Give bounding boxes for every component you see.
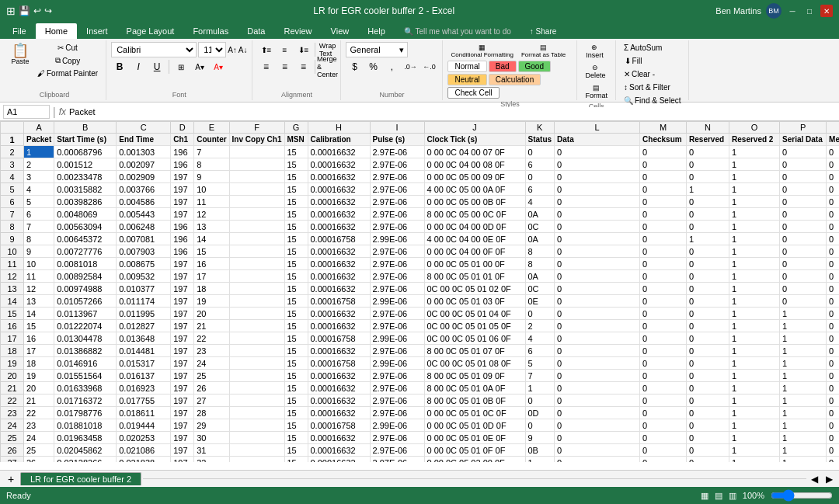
cell-serial-data[interactable]: 1 (780, 357, 827, 370)
cell-status[interactable]: 6 (525, 158, 555, 171)
cell-msn[interactable]: 15 (284, 370, 308, 382)
header-cell-14[interactable]: Reserved 2 (729, 134, 780, 146)
cell-status[interactable]: 0 (525, 171, 555, 183)
cell-status[interactable]: 0A (525, 208, 555, 221)
cell-pulse[interactable]: 2.97E-06 (370, 171, 424, 183)
cell-pulse[interactable]: 2.97E-06 (370, 158, 424, 171)
tab-insert[interactable]: Insert (77, 23, 117, 39)
cell-pulse[interactable]: 2.97E-06 (370, 208, 424, 221)
cell-status[interactable]: 2 (525, 320, 555, 332)
cell-ch1[interactable]: 197 (171, 270, 194, 283)
cell-checksum[interactable]: 0 (640, 395, 687, 407)
spreadsheet-area[interactable]: A B C D E F G H I J K L M N O P Q R S (0, 121, 839, 462)
cell-clock-tick[interactable]: 0 00 0C 05 01 03 0F (424, 295, 525, 308)
cell-pulse[interactable]: 2.97E-06 (370, 221, 424, 233)
cell-data[interactable]: 0 (555, 308, 640, 320)
currency-btn[interactable]: $ (346, 59, 363, 75)
cell-reserved[interactable]: 0 (687, 419, 729, 432)
cell-data[interactable]: 0 (555, 233, 640, 245)
cell-inv-copy[interactable] (229, 245, 284, 258)
font-color-btn[interactable]: A▾ (210, 59, 227, 75)
cell-reserved[interactable]: 0 (687, 171, 729, 183)
cell-counter[interactable]: 19 (194, 295, 229, 308)
cell-checksum[interactable]: 0 (640, 407, 687, 419)
cell-serial-data[interactable]: 0 (780, 245, 827, 258)
insert-btn[interactable]: ⊕ Insert (582, 42, 607, 61)
cell-pulse[interactable]: 2.97E-06 (370, 370, 424, 382)
cell-packet[interactable]: 15 (24, 320, 54, 332)
cell-data[interactable]: 0 (555, 419, 640, 432)
cell-ref-box[interactable]: A1 (3, 105, 50, 119)
cell-reserved2[interactable]: 1 (729, 171, 780, 183)
cell-inv-copy[interactable] (229, 432, 284, 444)
cell-start-time[interactable]: 0.01551564 (54, 370, 117, 382)
format-btn[interactable]: ▤ Format (582, 82, 611, 101)
cell-calibration[interactable]: 0.00016758 (308, 295, 370, 308)
cell-inv-copy[interactable] (229, 158, 284, 171)
tab-page-layout[interactable]: Page Layout (117, 23, 184, 39)
cell-end-time[interactable]: 0.011995 (117, 308, 171, 320)
decrease-font-btn[interactable]: A↓ (238, 46, 248, 54)
cell-packet[interactable]: 19 (24, 370, 54, 382)
cell-serial-data[interactable]: 1 (780, 457, 827, 463)
cell-start-time[interactable]: 0.00068796 (54, 146, 117, 158)
cell-reserved2[interactable]: 1 (729, 332, 780, 345)
cell-serial-data[interactable]: 0 (780, 196, 827, 208)
cell-status[interactable]: 4 (525, 332, 555, 345)
cell-ch1[interactable]: 197 (171, 332, 194, 345)
cell-start-time[interactable]: 0.01222074 (54, 320, 117, 332)
cell-ch1[interactable]: 197 (171, 432, 194, 444)
header-cell-1[interactable]: Start Time (s) (54, 134, 117, 146)
formula-input[interactable] (69, 107, 836, 116)
cell-ch1[interactable]: 197 (171, 320, 194, 332)
cell-data[interactable]: 0 (555, 457, 640, 463)
cell-inv-copy[interactable] (229, 146, 284, 158)
autosum-btn[interactable]: Σ AutoSum (621, 42, 665, 54)
cell-counter[interactable]: 22 (194, 332, 229, 345)
cell-serial-data[interactable]: 1 (780, 308, 827, 320)
cell-end-time[interactable]: 0.008675 (117, 258, 171, 270)
cell-message-start[interactable]: 0 (827, 345, 839, 357)
cell-inv-copy[interactable] (229, 395, 284, 407)
cell-pulse[interactable]: 2.97E-06 (370, 345, 424, 357)
cell-msn[interactable]: 15 (284, 183, 308, 196)
cell-data[interactable]: 0 (555, 270, 640, 283)
cell-calibration[interactable]: 0.00016632 (308, 444, 370, 457)
cell-pulse[interactable]: 2.97E-06 (370, 183, 424, 196)
cell-msn[interactable]: 15 (284, 208, 308, 221)
cell-reserved[interactable]: 0 (687, 245, 729, 258)
cell-clock-tick[interactable]: 0 00 0C 05 01 0F 0F (424, 444, 525, 457)
cell-calibration[interactable]: 0.00016632 (308, 258, 370, 270)
cell-calibration[interactable]: 0.00016632 (308, 283, 370, 295)
cell-msn[interactable]: 15 (284, 308, 308, 320)
cell-ch1[interactable]: 197 (171, 308, 194, 320)
cell-message-start[interactable]: 0 (827, 308, 839, 320)
cell-msn[interactable]: 15 (284, 158, 308, 171)
cell-reserved[interactable]: 1 (687, 183, 729, 196)
cell-reserved2[interactable]: 1 (729, 158, 780, 171)
cell-reserved[interactable]: 0 (687, 345, 729, 357)
cell-message-start[interactable]: 0 (827, 432, 839, 444)
cell-start-time[interactable]: 0.01386882 (54, 345, 117, 357)
cell-reserved[interactable]: 0 (687, 432, 729, 444)
cell-counter[interactable]: 21 (194, 320, 229, 332)
cell-reserved[interactable]: 0 (687, 146, 729, 158)
cell-pulse[interactable]: 2.97E-06 (370, 196, 424, 208)
cell-pulse[interactable]: 2.97E-06 (370, 395, 424, 407)
cell-reserved2[interactable]: 1 (729, 283, 780, 295)
cell-counter[interactable]: 18 (194, 283, 229, 295)
cell-checksum[interactable]: 0 (640, 146, 687, 158)
cell-end-time[interactable]: 0.003766 (117, 183, 171, 196)
cell-status[interactable]: 0E (525, 295, 555, 308)
cell-checksum[interactable]: 0 (640, 419, 687, 432)
cell-status[interactable]: 6 (525, 345, 555, 357)
percent-btn[interactable]: % (364, 59, 381, 75)
tab-view[interactable]: View (322, 23, 359, 39)
cell-reserved2[interactable]: 1 (729, 419, 780, 432)
cell-status[interactable]: 0A (525, 270, 555, 283)
cell-clock-tick[interactable]: 0 00 0C 04 00 07 0F (424, 146, 525, 158)
cell-end-time[interactable]: 0.016923 (117, 382, 171, 395)
cell-inv-copy[interactable] (229, 283, 284, 295)
cell-reserved[interactable]: 0 (687, 221, 729, 233)
cell-serial-data[interactable]: 1 (780, 444, 827, 457)
